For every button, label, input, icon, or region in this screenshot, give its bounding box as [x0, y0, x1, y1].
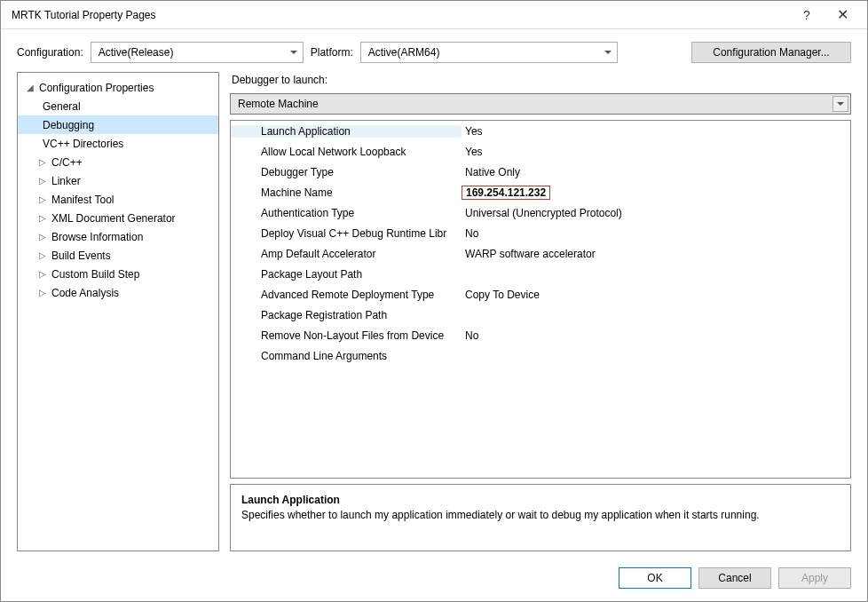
property-value: Yes [462, 146, 850, 158]
property-row[interactable]: Remove Non-Layout Files from DeviceNo [231, 325, 850, 345]
tree-item-browse-information[interactable]: ▷Browse Information [18, 227, 218, 246]
chevron-down-icon: ◢ [25, 83, 36, 92]
tree-item-xml-document-generator[interactable]: ▷XML Document Generator [18, 209, 218, 227]
property-name: Remove Non-Layout Files from Device [231, 329, 462, 342]
tree-item-linker[interactable]: ▷Linker [18, 171, 218, 190]
tree-item-label: C/C++ [50, 156, 83, 169]
description-panel: Launch Application Specifies whether to … [230, 484, 851, 551]
property-row[interactable]: Machine Name169.254.121.232 [231, 182, 850, 202]
cancel-button[interactable]: Cancel [698, 567, 771, 589]
debugger-to-launch-value: Remote Machine [238, 98, 319, 110]
property-value: Yes [462, 125, 850, 138]
property-name: Command Line Arguments [231, 350, 462, 362]
chevron-right-icon: ▷ [37, 288, 48, 297]
tree-item-label: XML Document Generator [50, 212, 176, 225]
tree-item-vc-directories[interactable]: VC++ Directories [18, 134, 218, 153]
property-name: Authentication Type [231, 207, 462, 219]
configuration-label: Configuration: [17, 46, 83, 59]
debugger-to-launch-label: Debugger to launch: [230, 72, 851, 88]
chevron-down-icon [832, 96, 848, 112]
tree-item-label: Manifest Tool [50, 194, 114, 206]
tree-item-code-analysis[interactable]: ▷Code Analysis [18, 283, 218, 302]
tree-item-custom-build-step[interactable]: ▷Custom Build Step [18, 265, 218, 283]
property-value: WARP software accelerator [462, 248, 850, 260]
debugger-to-launch-dropdown[interactable]: Remote Machine [230, 93, 851, 115]
property-row[interactable]: Package Layout Path [231, 264, 850, 284]
property-name: Amp Default Accelerator [231, 248, 462, 260]
main-panel: Debugger to launch: Remote Machine Launc… [230, 72, 851, 551]
chevron-right-icon: ▷ [37, 232, 48, 242]
configuration-dropdown[interactable]: Active(Release) [91, 42, 304, 63]
tree-panel: ◢ Configuration Properties GeneralDebugg… [17, 72, 219, 551]
chevron-right-icon: ▷ [37, 194, 48, 204]
property-value: Native Only [462, 166, 850, 178]
property-value: No [462, 329, 850, 342]
apply-button[interactable]: Apply [778, 567, 851, 589]
property-value: Universal (Unencrypted Protocol) [462, 207, 850, 219]
tree-item-label: Custom Build Step [50, 268, 139, 281]
property-row[interactable]: Amp Default AcceleratorWARP software acc… [231, 243, 850, 264]
tree-root[interactable]: ◢ Configuration Properties [18, 78, 218, 97]
property-row[interactable]: Authentication TypeUniversal (Unencrypte… [231, 202, 850, 223]
property-name: Allow Local Network Loopback [231, 146, 462, 158]
close-button[interactable]: ✕ [825, 1, 860, 29]
chevron-right-icon: ▷ [37, 269, 48, 279]
property-name: Launch Application [231, 125, 462, 138]
tree-item-general[interactable]: General [18, 97, 218, 115]
tree-item-build-events[interactable]: ▷Build Events [18, 246, 218, 265]
property-value: 169.254.121.232 [462, 186, 550, 200]
property-name: Advanced Remote Deployment Type [231, 289, 462, 301]
tree-item-c-c-[interactable]: ▷C/C++ [18, 153, 218, 171]
platform-value: Active(ARM64) [368, 46, 440, 59]
tree-item-label: Debugging [41, 119, 94, 131]
configuration-manager-button[interactable]: Configuration Manager... [691, 42, 851, 63]
ok-button[interactable]: OK [619, 567, 691, 589]
property-row[interactable]: Debugger TypeNative Only [231, 162, 850, 182]
tree-item-label: General [41, 100, 81, 113]
tree-item-label: Browse Information [50, 231, 143, 243]
property-row[interactable]: Allow Local Network LoopbackYes [231, 141, 850, 162]
chevron-right-icon: ▷ [37, 250, 48, 260]
tree-item-label: Build Events [50, 250, 111, 262]
window-title: MRTK Tutorial Property Pages [8, 9, 789, 21]
property-name: Debugger Type [231, 166, 462, 178]
chevron-right-icon: ▷ [37, 157, 48, 167]
property-row[interactable]: Package Registration Path [231, 305, 850, 325]
property-row[interactable]: Advanced Remote Deployment TypeCopy To D… [231, 284, 850, 305]
tree-item-debugging[interactable]: Debugging [18, 115, 218, 134]
tree-root-label: Configuration Properties [37, 82, 154, 94]
chevron-down-icon [290, 51, 297, 54]
property-grid: Launch ApplicationYesAllow Local Network… [230, 120, 851, 479]
help-button[interactable]: ? [789, 1, 825, 29]
titlebar: MRTK Tutorial Property Pages ? ✕ [1, 1, 867, 29]
description-title: Launch Application [241, 494, 840, 506]
property-name: Machine Name [231, 186, 462, 199]
property-name: Deploy Visual C++ Debug Runtime Libr [231, 227, 462, 240]
close-icon: ✕ [837, 6, 848, 23]
configuration-value: Active(Release) [99, 46, 174, 59]
tree-item-label: VC++ Directories [41, 138, 123, 150]
help-icon: ? [803, 8, 810, 22]
chevron-down-icon [604, 51, 612, 54]
platform-dropdown[interactable]: Active(ARM64) [360, 42, 618, 63]
chevron-right-icon: ▷ [37, 176, 48, 186]
property-value: Copy To Device [462, 289, 850, 301]
property-row[interactable]: Deploy Visual C++ Debug Runtime LibrNo [231, 223, 850, 243]
description-text: Specifies whether to launch my applicati… [241, 508, 840, 522]
property-row[interactable]: Launch ApplicationYes [231, 121, 850, 141]
config-toolbar: Configuration: Active(Release) Platform:… [1, 29, 867, 72]
tree-item-label: Linker [50, 175, 81, 187]
tree-item-label: Code Analysis [50, 287, 119, 299]
tree-item-manifest-tool[interactable]: ▷Manifest Tool [18, 190, 218, 209]
chevron-right-icon: ▷ [37, 213, 48, 223]
property-row[interactable]: Command Line Arguments [231, 345, 850, 366]
property-value: No [462, 227, 850, 240]
property-name: Package Layout Path [231, 268, 462, 281]
dialog-footer: OK Cancel Apply [1, 560, 867, 601]
property-name: Package Registration Path [231, 309, 462, 321]
platform-label: Platform: [311, 46, 353, 59]
content-area: ◢ Configuration Properties GeneralDebugg… [1, 72, 867, 560]
